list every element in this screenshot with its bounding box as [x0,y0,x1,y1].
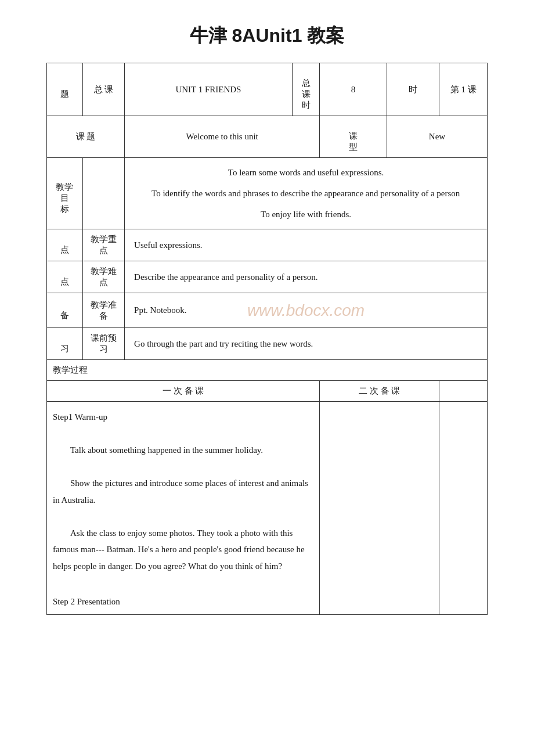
label-mubiao-outer: 教学目标 [47,158,83,229]
label-yuxi-outer: 习 [47,328,83,360]
table-row: 备 教学准备 Ppt. Notebook. www.bdocx.com [47,293,488,328]
lesson-plan-table: 题 总 课 UNIT 1 FRIENDS 总 课时 8 时 第 1 课 课 题 … [46,63,488,615]
table-row: 习 课前预习 Go through the part and try recit… [47,328,488,360]
second-prep-content [320,402,439,615]
label-zhongdian: 教学重点 [82,229,124,261]
label-zhunbei-outer: 备 [47,293,83,328]
second-prep-header: 二 次 备 课 [320,381,439,402]
table-row: 一 次 备 课 二 次 备 课 [47,381,488,402]
topic-value: Welcome to this unit [125,116,320,158]
table-row: 点 教学重点 Useful expressions. [47,229,488,261]
type-value: New [387,116,487,158]
lesson-number: 第 1 课 [439,63,488,116]
label-ti: 题 [47,63,83,116]
table-row: 题 总 课 UNIT 1 FRIENDS 总 课时 8 时 第 1 课 [47,63,488,116]
objective-1: To learn some words and useful expressio… [134,164,478,181]
table-row: 教学目标 To learn some words and useful expr… [47,158,488,229]
label-zongke: 总 课 [82,63,124,116]
label-kexing: 课 型 [320,116,387,158]
unit-name: UNIT 1 FRIENDS [125,63,293,116]
label-nandian-outer: 点 [47,261,83,293]
first-prep-content: Step1 Warm-up Talk about something happe… [47,402,320,615]
label-shi: 时 [387,63,439,116]
empty-col2 [439,402,488,615]
table-row: 教学过程 [47,360,488,381]
label-zhunbei: 教学准备 [82,293,124,328]
first-prep-header: 一 次 备 课 [47,381,320,402]
para1: Talk about something happened in the sum… [53,442,313,459]
label-mubiao [82,158,124,229]
zhunbei-content: Ppt. Notebook. www.bdocx.com [125,293,488,328]
empty-col [439,381,488,402]
table-row: Step1 Warm-up Talk about something happe… [47,402,488,615]
objective-2: To identify the words and phrases to des… [134,185,478,202]
para3: Ask the class to enjoy some photos. They… [53,525,313,575]
table-row: 课 题 Welcome to this unit 课 型 New [47,116,488,158]
label-nandian: 教学难点 [82,261,124,293]
step1-title: Step1 Warm-up [53,409,313,426]
objectives-cell: To learn some words and useful expressio… [125,158,488,229]
step2-title: Step 2 Presentation [53,593,313,610]
label-zhongdian-outer: 点 [47,229,83,261]
total-hours: 8 [320,63,387,116]
para2: Show the pictures and introduce some pla… [53,475,313,508]
page-title: 牛津 8AUnit1 教案 [46,23,488,49]
label-yuxi: 课前预习 [82,328,124,360]
table-row: 点 教学难点 Describe the appearance and perso… [47,261,488,293]
objective-3: To enjoy life with friends. [134,206,478,223]
jiaoxue-guocheng-header: 教学过程 [47,360,488,381]
label-zongkeshi: 总 课时 [292,63,319,116]
watermark: www.bdocx.com [247,296,365,325]
zhongdian-content: Useful expressions. [125,229,488,261]
label-keti: 课 题 [47,116,125,158]
nandian-content: Describe the appearance and personality … [125,261,488,293]
yuxi-content: Go through the part and try reciting the… [125,328,488,360]
